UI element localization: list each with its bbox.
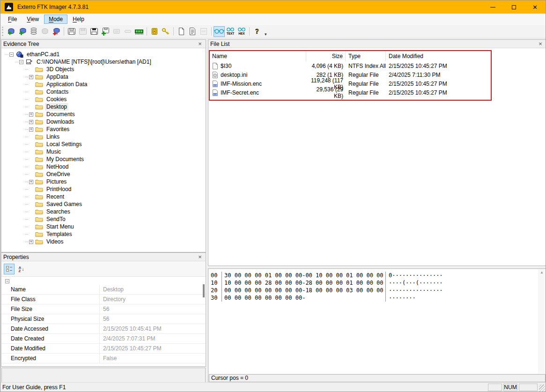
add-to-custom-content-image-icon[interactable]: [100, 26, 111, 37]
close-icon: ✕: [532, 4, 538, 10]
add-evidence-item-icon[interactable]: [6, 26, 17, 37]
tree-item-appdata[interactable]: +AppData: [1, 73, 206, 81]
tree-item-contacts[interactable]: −Contacts: [1, 88, 206, 96]
hex-scrollbar[interactable]: ▲: [538, 269, 546, 374]
tree-item-links[interactable]: −Links: [1, 133, 206, 141]
hex-row-00[interactable]: 0030 00 00 00 01 00 00 00-00 10 00 00 01…: [211, 272, 538, 279]
tree-item-desktop[interactable]: −Desktop: [1, 103, 206, 111]
tree-item-my-documents[interactable]: −My Documents: [1, 155, 206, 163]
expand-icon[interactable]: +: [29, 112, 33, 117]
hex-ascii: 0···············: [386, 272, 443, 279]
column-header-date-modified[interactable]: Date Modified: [386, 51, 488, 61]
resize-grip[interactable]: [539, 385, 545, 392]
tree-item-downloads[interactable]: +Downloads: [1, 118, 206, 126]
properties-close-icon[interactable]: ×: [196, 253, 204, 261]
property-row-encrypted[interactable]: EncryptedFalse: [1, 354, 206, 363]
expand-icon[interactable]: +: [29, 127, 33, 132]
blank-file-icon: [212, 63, 218, 69]
tree-item-pictures[interactable]: +Pictures: [1, 178, 206, 185]
expand-icon[interactable]: +: [29, 180, 33, 184]
hex-view[interactable]: 0030 00 00 00 01 00 00 00-00 10 00 00 01…: [209, 269, 538, 374]
remove-all-evidence-items-icon[interactable]: [51, 26, 62, 37]
export-logical-image-icon[interactable]: [89, 26, 100, 37]
export-files-icon[interactable]: [176, 26, 187, 37]
property-row-date-created[interactable]: Date Created2/4/2025 7:07:31 PM: [1, 334, 206, 344]
tree-item-templates[interactable]: −Templates: [1, 230, 206, 238]
create-disk-image-icon[interactable]: [66, 26, 77, 37]
tree-item-local-settings[interactable]: −Local Settings: [1, 141, 206, 148]
add-all-attached-devices-icon[interactable]: [17, 26, 28, 37]
tree-item-saved-games[interactable]: −Saved Games: [1, 200, 206, 208]
hex-row-20[interactable]: 2000 00 00 00 00 00 00 00-18 00 00 00 03…: [211, 287, 538, 294]
expand-icon[interactable]: +: [29, 120, 33, 124]
tree-item-recent[interactable]: −Recent: [1, 193, 206, 200]
text-mode-icon[interactable]: TEXT: [225, 26, 236, 37]
column-header-type[interactable]: Type: [346, 51, 386, 61]
minimize-button[interactable]: [482, 0, 503, 14]
image-mounting-icon[interactable]: [28, 26, 39, 37]
tree-item-nethood[interactable]: −NetHood: [1, 163, 206, 170]
property-row-file-size[interactable]: File Size56: [1, 304, 206, 314]
menu-file[interactable]: File: [3, 15, 22, 24]
tree-item-cookies[interactable]: −Cookies: [1, 96, 206, 103]
evidence-tree-close-icon[interactable]: ×: [196, 40, 204, 48]
tree-item-label: SendTo: [45, 215, 67, 223]
tree-item-music[interactable]: −Music: [1, 148, 206, 155]
expand-icon[interactable]: +: [29, 75, 33, 79]
file-row-imf-mission-enc[interactable]: 010IMF-Mission.enc119,248 (117 KB)Regula…: [209, 79, 488, 88]
tree-item-application-data[interactable]: −Application Data: [1, 81, 206, 88]
export-file-hash-list-icon[interactable]: [187, 26, 198, 37]
tree-item-start-menu[interactable]: −Start Menu: [1, 223, 206, 230]
expand-icon[interactable]: +: [29, 240, 33, 244]
hex-row-10[interactable]: 1010 00 00 00 28 00 00 00-28 00 00 00 01…: [211, 279, 538, 287]
tree-item-sendto[interactable]: −SendTo: [1, 215, 206, 223]
tree-item-c-noname-ntfs-root-users-ethan-ad1[interactable]: −C:\\NONAME [NTFS]\[root]\Users\ethan [A…: [1, 58, 206, 66]
tree-item-videos[interactable]: +Videos: [1, 238, 206, 245]
tree-item-documents[interactable]: +Documents: [1, 111, 206, 118]
menu-view[interactable]: View: [22, 15, 44, 24]
property-row-physical-size[interactable]: Physical Size56: [1, 314, 206, 324]
hex-row-30[interactable]: 3000 00 00 00 00 00 00 00-········: [211, 294, 538, 302]
file-row-imf-secret-enc[interactable]: 010IMF-Secret.enc29,536 (29 KB)Regular F…: [209, 88, 488, 97]
column-header-name[interactable]: Name: [209, 51, 306, 61]
menu-help[interactable]: Help: [68, 15, 89, 24]
file-row-desktop-ini[interactable]: desktop.ini282 (1 KB)Regular File2/4/202…: [209, 70, 488, 79]
az-sort-icon: AZ↓: [19, 266, 24, 273]
capture-memory-icon[interactable]: [133, 26, 145, 37]
properties-scrollbar[interactable]: [201, 279, 205, 363]
tree-item-3d-objects[interactable]: −3D Objects: [1, 66, 206, 73]
tree-item-favorites[interactable]: +Favorites: [1, 126, 206, 133]
collapse-icon[interactable]: −: [19, 60, 23, 64]
categorized-view-button[interactable]: [4, 264, 15, 274]
folder-icon: [35, 171, 43, 178]
maximize-button[interactable]: [503, 0, 524, 14]
file-row-i30[interactable]: $I304,096 (4 KB)NTFS Index All...2/15/20…: [209, 61, 488, 70]
obtain-protected-files-icon[interactable]: [149, 26, 160, 37]
collapse-icon[interactable]: −: [9, 52, 14, 57]
file-list-close-icon[interactable]: ×: [537, 40, 544, 48]
auto-mode-icon[interactable]: [214, 26, 225, 37]
close-button[interactable]: ✕: [524, 0, 546, 14]
help-icon[interactable]: ?: [251, 26, 263, 37]
property-row-file-class[interactable]: File ClassDirectory: [1, 295, 206, 304]
collapse-all-icon[interactable]: −: [5, 279, 9, 283]
property-row-date-accessed[interactable]: Date Accessed2/15/2025 10:45:41 PM: [1, 324, 206, 334]
property-row-date-modified[interactable]: Date Modified2/15/2025 10:45:27 PM: [1, 344, 206, 354]
toolbar-grip[interactable]: [2, 27, 4, 36]
hex-mode-icon[interactable]: HEX: [236, 26, 247, 37]
tree-item-printhood[interactable]: −PrintHood: [1, 185, 206, 193]
property-label: Date Modified: [1, 344, 100, 353]
tree-item-ethanpc-ad1[interactable]: −ethanPC.ad1: [1, 51, 206, 58]
alphabetical-sort-button[interactable]: AZ↓: [16, 264, 27, 274]
tree-item-onedrive[interactable]: −OneDrive: [1, 170, 206, 178]
folder-icon: [35, 81, 43, 88]
toolbar-overflow-icon[interactable]: ▾: [265, 32, 267, 38]
property-row-name[interactable]: NameDesktop: [1, 285, 206, 295]
column-header-size[interactable]: Size: [306, 51, 346, 61]
scroll-up-icon[interactable]: ▲: [538, 269, 546, 276]
detect-efs-encryption-icon[interactable]: [160, 26, 171, 37]
num-lock-indicator: NUM: [503, 384, 517, 391]
menu-mode[interactable]: Mode: [44, 15, 67, 24]
tree-item-searches[interactable]: −Searches: [1, 208, 206, 215]
property-label: Date Created: [1, 334, 100, 343]
